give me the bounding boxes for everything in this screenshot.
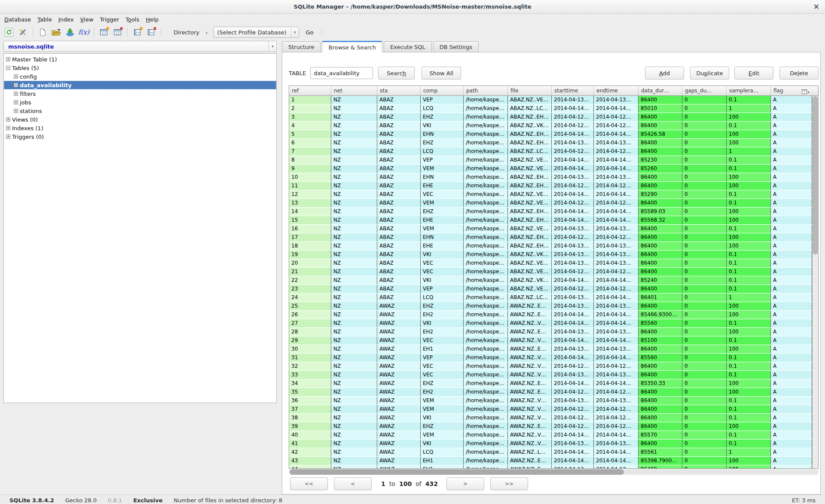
next-page-button[interactable]: > bbox=[446, 477, 484, 490]
tree-expander-icon[interactable]: + bbox=[14, 92, 18, 96]
table-row[interactable]: 22 NZ ABAZ VKI /home/kaspe… ABAZ.NZ..VK…… bbox=[289, 276, 812, 285]
table-row[interactable]: 24 NZ ABAZ LCQ /home/kaspe… ABAZ.NZ..LC…… bbox=[289, 293, 812, 302]
menu-item-database[interactable]: Database bbox=[4, 16, 31, 23]
tree-item[interactable]: + Master Table (1) bbox=[4, 55, 276, 64]
table-row[interactable]: 38 NZ AWAZ VKI /home/kaspe… AWAZ.NZ..V… … bbox=[289, 414, 812, 422]
table-row[interactable]: 28 NZ AWAZ EH2 /home/kaspe… AWAZ.NZ..E… … bbox=[289, 328, 812, 336]
table-row[interactable]: 23 NZ ABAZ VEP /home/kaspe… ABAZ.NZ..VE…… bbox=[289, 285, 812, 293]
tree-expander-icon[interactable]: + bbox=[6, 57, 10, 61]
table-row[interactable]: 32 NZ AWAZ VEC /home/kaspe… AWAZ.NZ..V… … bbox=[289, 362, 812, 371]
tree-item[interactable]: + Triggers (0) bbox=[4, 132, 276, 141]
menu-item-view[interactable]: View bbox=[80, 16, 93, 23]
tree-expander-icon[interactable]: + bbox=[14, 109, 18, 113]
tree-item[interactable]: + data_availability bbox=[4, 81, 276, 89]
table-row[interactable]: 5 NZ ABAZ EHN /home/kaspe… ABAZ.NZ..EH… … bbox=[289, 130, 812, 139]
table-row[interactable]: 37 NZ AWAZ VEM /home/kaspe… AWAZ.NZ..V… … bbox=[289, 405, 812, 414]
table-row[interactable]: 11 NZ ABAZ EHE /home/kaspe… ABAZ.NZ..EH…… bbox=[289, 182, 812, 190]
tab-browse-search[interactable]: Browse & Search bbox=[322, 41, 382, 52]
column-picker-icon[interactable] bbox=[802, 88, 809, 94]
vertical-scrollbar[interactable] bbox=[812, 96, 818, 468]
table-name-input[interactable] bbox=[310, 67, 373, 79]
table-row[interactable]: 16 NZ ABAZ VEM /home/kaspe… ABAZ.NZ..VE…… bbox=[289, 225, 812, 233]
table-row[interactable]: 12 NZ ABAZ VEC /home/kaspe… ABAZ.NZ..VE…… bbox=[289, 190, 812, 199]
menu-item-table[interactable]: Table bbox=[37, 16, 52, 23]
go-button[interactable]: Go bbox=[306, 29, 314, 36]
column-header-gaps-duration[interactable]: gaps_du… bbox=[682, 86, 727, 95]
import-icon[interactable] bbox=[64, 27, 76, 38]
table-row[interactable]: 30 NZ AWAZ EH1 /home/kaspe… AWAZ.NZ..E… … bbox=[289, 345, 812, 354]
menu-item-help[interactable]: Help bbox=[146, 16, 159, 23]
menu-item-trigger[interactable]: Trigger bbox=[100, 16, 119, 23]
add-table-icon[interactable] bbox=[98, 27, 109, 38]
table-row[interactable]: 13 NZ ABAZ VEM /home/kaspe… ABAZ.NZ..VE…… bbox=[289, 199, 812, 208]
horizontal-scrollbar[interactable] bbox=[289, 469, 819, 475]
tree-expander-icon[interactable]: + bbox=[14, 100, 18, 104]
tree-item[interactable]: − Tables (5) bbox=[4, 64, 276, 72]
table-row[interactable]: 4 NZ ABAZ VKI /home/kaspe… ABAZ.NZ..VK… … bbox=[289, 122, 812, 130]
table-row[interactable]: 34 NZ AWAZ EHZ /home/kaspe… AWAZ.NZ..E… … bbox=[289, 379, 812, 388]
tab-execute-sql[interactable]: Execute SQL bbox=[384, 41, 432, 52]
table-row[interactable]: 3 NZ ABAZ EHZ /home/kaspe… ABAZ.NZ..EH… … bbox=[289, 113, 812, 122]
table-row[interactable]: 35 NZ AWAZ EH2 /home/kaspe… AWAZ.NZ..E… … bbox=[289, 388, 812, 397]
table-row[interactable]: 6 NZ ABAZ EHZ /home/kaspe… ABAZ.NZ..EH… … bbox=[289, 139, 812, 147]
table-row[interactable]: 7 NZ ABAZ LCQ /home/kaspe… ABAZ.NZ..LC… … bbox=[289, 147, 812, 156]
column-header-comp[interactable]: comp bbox=[421, 86, 464, 95]
menu-item-index[interactable]: Index bbox=[58, 16, 74, 23]
table-row[interactable]: 41 NZ AWAZ VKI /home/kaspe… AWAZ.NZ..V… … bbox=[289, 440, 812, 448]
edit-button[interactable]: Edit bbox=[734, 67, 773, 79]
search-button[interactable]: Search bbox=[378, 67, 415, 79]
table-row[interactable]: 1 NZ ABAZ VEP /home/kaspe… ABAZ.NZ..VE… … bbox=[289, 96, 812, 104]
table-row[interactable]: 40 NZ AWAZ VEM /home/kaspe… AWAZ.NZ..V… … bbox=[289, 431, 812, 440]
column-header-net[interactable]: net bbox=[331, 86, 377, 95]
table-row[interactable]: 9 NZ ABAZ VEM /home/kaspe… ABAZ.NZ..VE… … bbox=[289, 165, 812, 173]
table-row[interactable]: 20 NZ ABAZ VEC /home/kaspe… ABAZ.NZ..VE…… bbox=[289, 259, 812, 268]
table-row[interactable]: 10 NZ ABAZ EHN /home/kaspe… ABAZ.NZ..EH…… bbox=[289, 173, 812, 182]
table-row[interactable]: 19 NZ ABAZ VKI /home/kaspe… ABAZ.NZ..VK…… bbox=[289, 250, 812, 259]
fx-icon[interactable]: f(x) bbox=[78, 27, 89, 38]
table-row[interactable]: 44 NZ AWAZ EH1 /home/kaspe… AWAZ.NZ..E… … bbox=[289, 465, 812, 468]
tree-item[interactable]: + filters bbox=[4, 89, 276, 98]
tree-expander-icon[interactable]: − bbox=[6, 66, 10, 70]
table-row[interactable]: 43 NZ AWAZ EH1 /home/kaspe… AWAZ.NZ..E… … bbox=[289, 457, 812, 465]
column-header-path[interactable]: path bbox=[464, 86, 508, 95]
close-icon[interactable]: × bbox=[813, 2, 819, 11]
column-header-sta[interactable]: sta bbox=[377, 86, 421, 95]
column-header-endtime[interactable]: endtime bbox=[594, 86, 639, 95]
drop-table-icon[interactable] bbox=[112, 27, 123, 38]
table-row[interactable]: 26 NZ AWAZ EH2 /home/kaspe… AWAZ.NZ..E… … bbox=[289, 311, 812, 319]
column-header-data-duration[interactable]: data_dur… bbox=[639, 86, 682, 95]
table-row[interactable]: 17 NZ ABAZ EHN /home/kaspe… ABAZ.NZ..EH…… bbox=[289, 233, 812, 242]
table-row[interactable]: 15 NZ ABAZ EHE /home/kaspe… ABAZ.NZ..EH…… bbox=[289, 216, 812, 225]
tree-item[interactable]: + stations bbox=[4, 107, 276, 115]
table-row[interactable]: 18 NZ ABAZ EHE /home/kaspe… ABAZ.NZ..EH…… bbox=[289, 242, 812, 250]
tab-structure[interactable]: Structure bbox=[282, 41, 321, 52]
table-row[interactable]: 33 NZ AWAZ VEC /home/kaspe… AWAZ.NZ..V… … bbox=[289, 371, 812, 379]
table-row[interactable]: 42 NZ AWAZ LCQ /home/kaspe… AWAZ.NZ..L… … bbox=[289, 448, 812, 457]
column-header-flag[interactable]: flag bbox=[771, 86, 818, 95]
menu-item-tools[interactable]: Tools bbox=[125, 16, 139, 23]
database-selector[interactable]: msnoise.sqlite bbox=[3, 41, 277, 52]
tree-expander-icon[interactable]: + bbox=[14, 83, 18, 87]
horizontal-scrollbar-thumb[interactable] bbox=[290, 469, 624, 475]
column-header-ref[interactable]: ref bbox=[289, 86, 331, 95]
show-all-button[interactable]: Show All bbox=[422, 67, 461, 79]
column-header-file[interactable]: file bbox=[508, 86, 552, 95]
column-header-starttime[interactable]: starttime bbox=[552, 86, 594, 95]
refresh-icon[interactable] bbox=[3, 27, 15, 38]
table-row[interactable]: 29 NZ AWAZ VEC /home/kaspe… AWAZ.NZ..V… … bbox=[289, 336, 812, 345]
table-row[interactable]: 8 NZ ABAZ VEP /home/kaspe… ABAZ.NZ..VE… … bbox=[289, 156, 812, 165]
tree-expander-icon[interactable]: + bbox=[14, 74, 18, 79]
table-row[interactable]: 2 NZ ABAZ LCQ /home/kaspe… ABAZ.NZ..LC… … bbox=[289, 104, 812, 113]
column-header-samplerate[interactable]: samplera… bbox=[727, 86, 771, 95]
table-row[interactable]: 25 NZ AWAZ EHZ /home/kaspe… AWAZ.NZ..E… … bbox=[289, 302, 812, 311]
duplicate-button[interactable]: Duplicate bbox=[690, 67, 729, 79]
add-index-icon[interactable] bbox=[131, 27, 143, 38]
add-button[interactable]: Add bbox=[645, 67, 684, 79]
tree-expander-icon[interactable]: + bbox=[6, 126, 10, 130]
tree-item[interactable]: + jobs bbox=[4, 98, 276, 107]
table-row[interactable]: 14 NZ ABAZ EHZ /home/kaspe… ABAZ.NZ..EH…… bbox=[289, 208, 812, 216]
tree-item[interactable]: + Indexes (1) bbox=[4, 124, 276, 132]
drop-index-icon[interactable] bbox=[145, 27, 156, 38]
table-row[interactable]: 36 NZ AWAZ VEM /home/kaspe… AWAZ.NZ..V… … bbox=[289, 397, 812, 405]
tools-icon[interactable] bbox=[17, 27, 28, 38]
